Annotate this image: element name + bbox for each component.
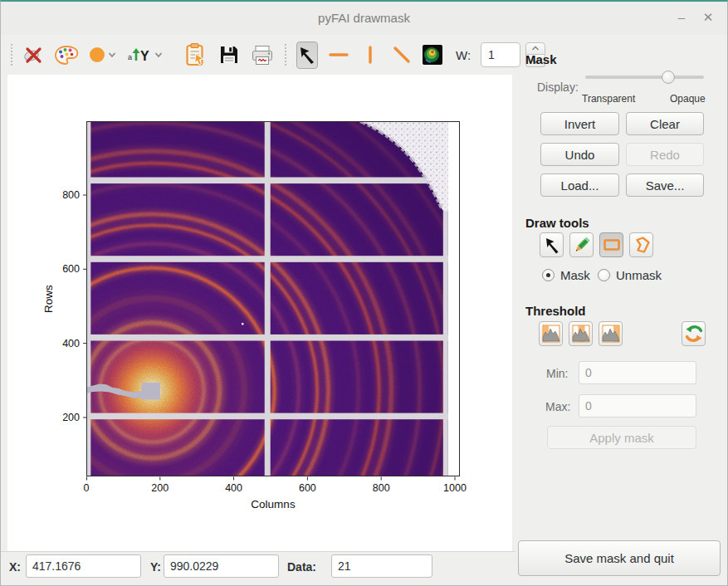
marker-symbol-dropdown[interactable] [89, 46, 117, 63]
threshold-title: Threshold [525, 304, 586, 318]
histogram-between-icon [571, 324, 591, 344]
x-tick-label: 600 [299, 482, 316, 494]
clear-button[interactable]: Clear [626, 112, 704, 135]
rectangle-tool-button[interactable] [599, 232, 623, 257]
redo-button[interactable]: Redo [626, 143, 704, 166]
histogram-below-icon [541, 324, 561, 344]
horizontal-line-icon [328, 44, 349, 66]
slider-groove[interactable] [585, 76, 704, 79]
y-coordinate-label: Y: [150, 560, 161, 574]
save-mask-button[interactable]: Save... [626, 173, 704, 197]
pencil-tool-button[interactable] [569, 232, 594, 257]
radio-dot [546, 273, 550, 277]
app-window: pyFAI drawmask – ✕ [0, 0, 728, 586]
data-value-field[interactable] [331, 554, 432, 578]
data-value-label: Data: [287, 560, 316, 574]
max-input[interactable] [579, 394, 696, 418]
pointer-arrow-icon [297, 45, 317, 65]
printer-icon [250, 44, 275, 66]
unmask-radio[interactable] [598, 269, 610, 281]
min-label: Min: [546, 367, 568, 380]
x-coordinate-field[interactable] [26, 554, 141, 578]
svg-text:a: a [128, 53, 132, 61]
svg-text:Y: Y [140, 49, 149, 63]
polygon-tool-button[interactable] [629, 232, 653, 257]
vertical-profile-button[interactable] [359, 42, 381, 69]
x-tick-label: 0 [84, 482, 90, 494]
apply-mask-button[interactable]: Apply mask [547, 426, 696, 449]
x-tick-label: 800 [373, 482, 390, 494]
mask-above-threshold-button[interactable] [599, 321, 623, 346]
mask-between-threshold-button[interactable] [569, 321, 593, 346]
y-axis-orientation-dropdown[interactable]: a Y [127, 44, 164, 66]
print-button[interactable] [250, 44, 275, 66]
refresh-threshold-button[interactable] [682, 321, 706, 346]
colormap-thumbnail-icon [423, 45, 442, 65]
y-coordinate-field[interactable] [164, 554, 279, 578]
colormap-dialog-button[interactable] [54, 44, 79, 66]
horizontal-profile-button[interactable] [328, 42, 349, 69]
chevron-up-icon [531, 46, 540, 51]
x-axis-label: Columns [251, 498, 296, 510]
free-line-profile-button[interactable] [391, 42, 413, 69]
chevron-down-icon [107, 51, 117, 59]
unmask-radio-label[interactable]: Unmask [616, 268, 662, 282]
palette-icon [54, 44, 79, 66]
reset-zoom-button[interactable] [22, 44, 44, 66]
diagonal-line-icon [391, 44, 413, 66]
vertical-line-icon [359, 44, 381, 66]
x-tick-label: 400 [225, 482, 242, 494]
pencil-icon [572, 235, 592, 255]
minimize-button[interactable]: – [671, 2, 692, 35]
profile-width-spinbox[interactable] [481, 42, 520, 67]
titlebar: pyFAI drawmask – ✕ [1, 2, 727, 35]
polygon-icon [632, 235, 652, 255]
y-tick-label: 400 [62, 338, 80, 349]
close-button[interactable]: ✕ [697, 2, 719, 35]
load-mask-button[interactable]: Load... [540, 173, 619, 197]
mask-below-threshold-button[interactable] [539, 321, 563, 346]
y-axis-direction-icon: a Y [127, 44, 152, 66]
save-snapshot-button[interactable] [218, 44, 240, 66]
plot-canvas[interactable]: 0 200 400 600 800 1000 200 400 600 800 C… [7, 75, 512, 551]
refresh-icon [683, 323, 705, 344]
orange-circle-icon [89, 46, 105, 63]
invert-button[interactable]: Invert [540, 112, 619, 135]
x-tick-label: 200 [151, 482, 169, 494]
mask-radio-label[interactable]: Mask [560, 268, 590, 282]
y-axis-label: Rows [42, 285, 55, 313]
y-tick-label: 800 [62, 189, 80, 201]
toolbar-drag-handle[interactable] [285, 44, 286, 66]
hot-pixel [242, 323, 243, 325]
image-noise [86, 121, 460, 476]
x-tick-label: 1000 [443, 482, 467, 494]
opaque-label: Opaque [670, 93, 706, 105]
y-tick-label: 600 [62, 263, 80, 275]
max-label: Max: [545, 400, 570, 413]
mask-display-slider[interactable] [585, 71, 704, 84]
slider-handle[interactable] [662, 71, 675, 84]
draw-tools-title: Draw tools [525, 216, 589, 230]
pointer-arrow-icon [543, 236, 561, 254]
histogram-above-icon [601, 324, 621, 344]
display-label: Display: [537, 81, 579, 94]
clear-profile-button[interactable] [423, 45, 442, 65]
mask-section-title: Mask [525, 52, 557, 66]
window-title: pyFAI drawmask [1, 2, 727, 35]
diffraction-plot[interactable]: 0 200 400 600 800 1000 200 400 600 800 C… [7, 75, 512, 551]
mask-radio[interactable] [542, 269, 555, 281]
chevron-down-icon [154, 51, 164, 59]
undo-button[interactable]: Undo [540, 143, 619, 166]
y-tick-label: 200 [62, 412, 80, 423]
min-input[interactable] [579, 361, 696, 384]
plot-toolbar: a Y [1, 35, 512, 75]
profile-pointer-button[interactable] [296, 42, 318, 69]
copy-snapshot-button[interactable] [183, 42, 208, 68]
toolbar-drag-handle[interactable] [11, 44, 12, 66]
pointer-tool-button[interactable] [540, 232, 564, 257]
clipboard-copy-icon [183, 42, 208, 68]
beamstop-square [142, 383, 161, 400]
x-coordinate-label: X: [9, 560, 21, 574]
transparent-label: Transparent [582, 93, 635, 105]
save-mask-and-quit-button[interactable]: Save mask and quit [518, 540, 721, 576]
